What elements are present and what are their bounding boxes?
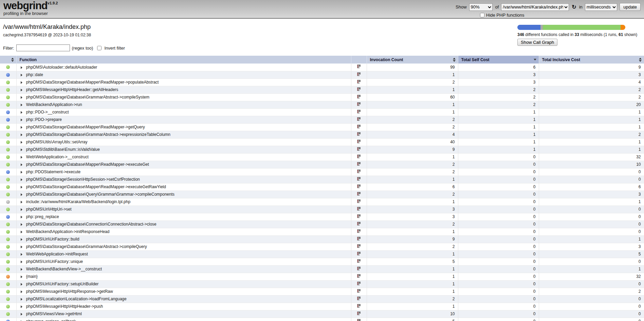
function-cell[interactable]: phpOMS\Views\View->getHtml [16, 310, 351, 318]
source-cell[interactable] [351, 176, 367, 183]
source-file-icon[interactable] [357, 222, 361, 226]
expand-caret-icon[interactable] [21, 66, 22, 69]
function-cell[interactable]: phpOMS\Uri\HttpUri->set [16, 206, 351, 213]
function-cell[interactable]: phpOMS\DataStorage\Database\GrammarAbstr… [16, 243, 351, 250]
expand-caret-icon[interactable] [21, 290, 22, 293]
function-cell[interactable]: phpOMS\DataStorage\Database\Connection\C… [16, 220, 351, 228]
source-cell[interactable] [351, 295, 367, 303]
source-cell[interactable] [351, 153, 367, 161]
function-cell[interactable]: php::PDOStatement->execute [16, 168, 351, 176]
expand-caret-icon[interactable] [21, 104, 22, 106]
expand-caret-icon[interactable] [21, 119, 22, 121]
function-cell[interactable]: include::/var/www/html/Karaka/Web/Backen… [16, 198, 351, 206]
source-file-icon[interactable] [357, 259, 361, 263]
function-cell[interactable]: phpOMS\Stdlib\Base\Enum::isValidValue [16, 146, 351, 153]
source-cell[interactable] [351, 273, 367, 280]
source-cell[interactable] [351, 243, 367, 250]
source-file-icon[interactable] [357, 237, 361, 241]
source-file-icon[interactable] [357, 147, 361, 151]
expand-caret-icon[interactable] [21, 298, 22, 301]
source-cell[interactable] [351, 250, 367, 258]
function-cell[interactable]: Web\WebApplication->__construct [16, 153, 351, 161]
expand-caret-icon[interactable] [21, 89, 22, 91]
source-cell[interactable] [351, 318, 367, 321]
expand-caret-icon[interactable] [21, 208, 22, 211]
expand-caret-icon[interactable] [21, 238, 22, 241]
source-file-icon[interactable] [357, 80, 361, 84]
source-file-icon[interactable] [357, 170, 361, 174]
function-cell[interactable]: phpOMS\Message\Http\HttpHeader->push [16, 303, 351, 310]
source-cell[interactable] [351, 206, 367, 213]
expand-caret-icon[interactable] [21, 74, 22, 76]
expand-caret-icon[interactable] [21, 305, 22, 308]
source-file-icon[interactable] [357, 304, 361, 308]
expand-caret-icon[interactable] [21, 231, 22, 233]
function-cell[interactable]: {main} [16, 273, 351, 280]
source-file-icon[interactable] [357, 132, 361, 136]
function-cell[interactable]: phpOMS\DataStorage\Database\Mapper\ReadM… [16, 123, 351, 131]
source-file-icon[interactable] [357, 319, 361, 321]
function-cell[interactable]: phpOMS\DataStorage\Session\HttpSession->… [16, 176, 351, 183]
show-call-graph-button[interactable]: Show Call Graph [517, 39, 557, 46]
expand-caret-icon[interactable] [21, 201, 22, 203]
expand-caret-icon[interactable] [21, 133, 22, 136]
expand-caret-icon[interactable] [21, 126, 22, 129]
source-cell[interactable] [351, 258, 367, 265]
source-file-icon[interactable] [357, 184, 361, 189]
source-file-icon[interactable] [357, 117, 361, 121]
source-file-icon[interactable] [357, 102, 361, 106]
expand-caret-icon[interactable] [21, 223, 22, 226]
function-cell[interactable]: php::preg_replace [16, 213, 351, 220]
refresh-icon[interactable]: ↻ [571, 4, 576, 10]
expand-caret-icon[interactable] [21, 111, 22, 114]
expand-caret-icon[interactable] [21, 253, 22, 256]
expand-caret-icon[interactable] [21, 193, 22, 196]
function-cell[interactable]: php::PDO->__construct [16, 108, 351, 116]
source-cell[interactable] [351, 78, 367, 86]
filter-input[interactable] [16, 44, 70, 51]
source-file-icon[interactable] [357, 289, 361, 293]
function-cell[interactable]: Web\Backend\Application->initResponseHea… [16, 228, 351, 235]
expand-caret-icon[interactable] [21, 141, 22, 144]
function-cell[interactable]: phpOMS\Uri\UriFactory::unique [16, 258, 351, 265]
update-button[interactable]: update [620, 3, 641, 11]
hide-php-checkbox[interactable] [480, 13, 484, 17]
function-cell[interactable]: phpOMS\Utils\ArrayUtils::setArray [16, 138, 351, 146]
source-cell[interactable] [351, 191, 367, 198]
sort-both-icon[interactable] [639, 58, 642, 62]
expand-caret-icon[interactable] [21, 283, 22, 286]
source-cell[interactable] [351, 93, 367, 101]
function-cell[interactable]: phpOMS\Uri\UriFactory::setupUriBuilder [16, 280, 351, 288]
source-file-icon[interactable] [357, 229, 361, 233]
source-cell[interactable] [351, 310, 367, 318]
source-cell[interactable] [351, 86, 367, 93]
source-cell[interactable] [351, 146, 367, 153]
invocation-column-header[interactable]: Invocation Count [367, 56, 458, 64]
function-cell[interactable]: Web\WebApplication->initRequest [16, 250, 351, 258]
expand-caret-icon[interactable] [21, 148, 22, 151]
expand-caret-icon[interactable] [21, 171, 22, 174]
source-file-icon[interactable] [357, 244, 361, 248]
source-cell[interactable] [351, 168, 367, 176]
source-cell[interactable] [351, 228, 367, 235]
source-file-icon[interactable] [357, 192, 361, 196]
function-cell[interactable]: phpOMS\DataStorage\Database\GrammarAbstr… [16, 93, 351, 101]
source-file-icon[interactable] [357, 274, 361, 278]
source-file-icon[interactable] [357, 87, 361, 91]
inclusive-cost-column-header[interactable]: Total Inclusive Cost [539, 56, 644, 64]
function-cell[interactable]: phpOMS\DataStorage\Database\GrammarAbstr… [16, 131, 351, 138]
expand-caret-icon[interactable] [21, 268, 22, 271]
function-cell[interactable]: Web\Backend\Application->run [16, 101, 351, 108]
source-file-icon[interactable] [357, 72, 361, 76]
color-column-header[interactable] [0, 56, 16, 64]
source-cell[interactable] [351, 131, 367, 138]
source-cell[interactable] [351, 123, 367, 131]
source-cell[interactable] [351, 108, 367, 116]
source-cell[interactable] [351, 265, 367, 273]
function-cell[interactable]: phpOMS\Message\Http\HttpResponse->getRaw [16, 288, 351, 295]
function-cell[interactable]: php::PDO->prepare [16, 116, 351, 123]
source-file-icon[interactable] [357, 162, 361, 166]
source-file-icon[interactable] [357, 311, 361, 316]
expand-caret-icon[interactable] [21, 186, 22, 189]
self-cost-column-header[interactable]: Total Self Cost [458, 56, 539, 64]
